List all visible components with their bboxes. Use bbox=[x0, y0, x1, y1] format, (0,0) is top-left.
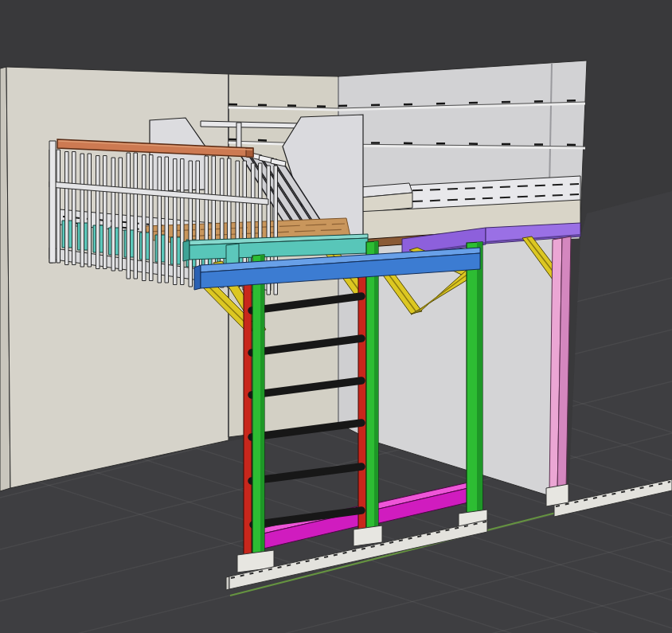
viewport-3d[interactable] bbox=[0, 0, 672, 633]
post-base-plate-2[interactable] bbox=[354, 526, 382, 546]
green-post-3[interactable] bbox=[467, 242, 483, 522]
green-post-1[interactable] bbox=[252, 255, 264, 563]
viewport-scene[interactable] bbox=[0, 0, 672, 633]
green-post-2[interactable] bbox=[366, 241, 378, 537]
pink-post-base-plate[interactable] bbox=[546, 484, 568, 506]
railing-end-post[interactable] bbox=[49, 141, 56, 263]
ladder-rail-red-right[interactable] bbox=[358, 269, 366, 538]
ladder-rail-red-left[interactable] bbox=[244, 279, 252, 558]
